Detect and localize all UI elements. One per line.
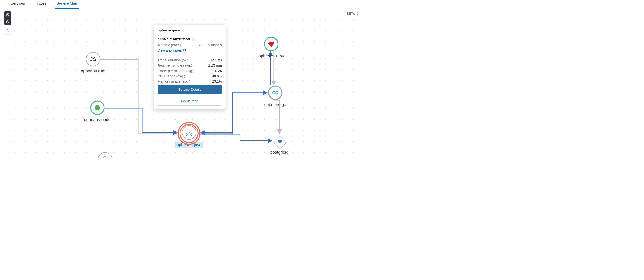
node-label: opbeans-rum (81, 69, 106, 74)
focus-map-button[interactable]: Focus map (158, 96, 222, 105)
nodejs-icon (90, 101, 104, 115)
svg-point-5 (6, 30, 9, 32)
node-postgresql[interactable]: postgresql (270, 135, 289, 155)
js-icon: JS (86, 52, 100, 66)
node-label: opbeans-ruby (258, 54, 284, 58)
node-partial[interactable] (98, 152, 112, 158)
svg-point-13 (187, 134, 191, 135)
external-link-icon (183, 49, 186, 52)
ruby-icon (264, 37, 278, 51)
node-opbeans-go[interactable]: GO opbeans-go (264, 86, 286, 107)
severity-dot-icon (158, 44, 160, 46)
service-map-canvas[interactable]: JS opbeans-rum opbeans-node opbeans-java… (4, 9, 358, 158)
service-popover: opbeans-java ANOMALY DETECTION i Score (… (154, 24, 226, 109)
service-details-button[interactable]: Service Details (158, 85, 222, 94)
tab-traces[interactable]: Traces (33, 0, 48, 8)
svg-point-12 (187, 133, 191, 134)
zoom-controls (4, 11, 11, 25)
view-anomalies-link[interactable]: View anomalies (158, 48, 222, 52)
anomaly-section-header: ANOMALY DETECTION i (158, 38, 222, 41)
metric-row: Req. per minute (avg.)2.25 rpm (158, 63, 222, 67)
popover-title: opbeans-java (158, 28, 222, 32)
tab-service-map[interactable]: Service Map (55, 0, 79, 8)
tab-services[interactable]: Services (9, 0, 27, 8)
node-opbeans-node[interactable]: opbeans-node (84, 101, 110, 122)
info-icon[interactable]: i (192, 38, 195, 41)
metric-row: CPU usage (avg.)40.8% (158, 74, 222, 78)
metric-row: Memory usage (avg.)25.2% (158, 79, 222, 83)
svg-marker-15 (102, 156, 108, 158)
recenter-button[interactable] (4, 27, 11, 34)
metric-row: Errors per minute (avg.)0.26 (158, 69, 222, 73)
hexagon-icon (98, 152, 112, 158)
metric-row: Trans. duration (avg.)147 ms (158, 58, 222, 62)
tabs-bar: Services Traces Service Map (4, 0, 358, 9)
zoom-in-button[interactable] (4, 11, 11, 18)
svg-point-14 (186, 135, 192, 136)
anomaly-score-row: Score (max.) 78 (39x higher) (158, 43, 222, 47)
node-label: postgresql (270, 150, 289, 155)
node-label: opbeans-go (264, 102, 286, 107)
java-icon (182, 125, 196, 140)
node-opbeans-rum[interactable]: JS opbeans-rum (81, 52, 106, 74)
node-opbeans-java[interactable]: opbeans-java (175, 125, 204, 148)
node-opbeans-ruby[interactable]: opbeans-ruby (258, 37, 284, 58)
zoom-out-button[interactable] (4, 18, 11, 25)
node-label: opbeans-node (84, 117, 110, 122)
database-icon (273, 135, 287, 149)
go-icon: GO (268, 86, 282, 100)
